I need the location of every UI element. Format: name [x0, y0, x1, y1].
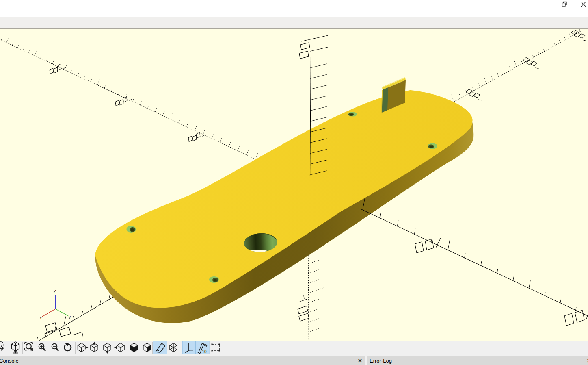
svg-text:Z: Z: [53, 289, 56, 295]
svg-text:10: 10: [202, 350, 207, 354]
svg-text:y: y: [69, 315, 71, 319]
svg-text:x: x: [40, 316, 42, 320]
